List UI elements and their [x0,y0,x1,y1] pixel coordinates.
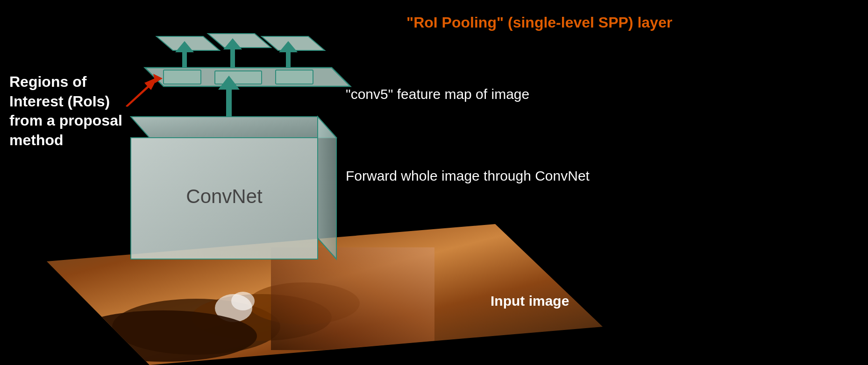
horse-texture-1 [112,299,280,355]
horse-face [231,292,255,310]
cube-top-face [131,117,336,138]
red-arrow-line [127,78,158,106]
arrow-roi-1-head [175,41,194,52]
roi-window-2 [215,71,262,84]
red-arrow-head [153,74,163,83]
conv5-label: "conv5" feature map of image [346,86,529,102]
feature-plane-small-1 [157,36,220,50]
horse-white-marking [215,294,252,322]
roi-window-3 [276,70,313,84]
roi-pooling-label: "RoI Pooling" (single-level SPP) layer [406,14,672,31]
red-arrow-shaft [126,77,158,106]
horse-texture-3 [248,282,360,324]
roi-window-1 [164,70,201,84]
regions-of-interest-label: Regions of Interest (RoIs) from a propos… [9,72,122,150]
input-image-label: Input image [491,293,569,309]
cube-right-face [318,117,336,259]
cube-front-face [131,138,318,259]
arrow-main-head [218,76,240,90]
forward-label: Forward whole image through ConvNet [346,168,590,184]
feature-plane-small-2 [208,34,271,48]
arrow-roi-2-head [223,38,242,49]
horse-texture-2 [192,294,332,341]
background-texture [271,247,434,350]
convnet-label: ConvNet [186,185,263,207]
feature-plane-small-3 [262,36,325,50]
arrow-roi-3-head [279,41,298,52]
feature-map-main [145,68,350,86]
horse-body [70,310,257,362]
